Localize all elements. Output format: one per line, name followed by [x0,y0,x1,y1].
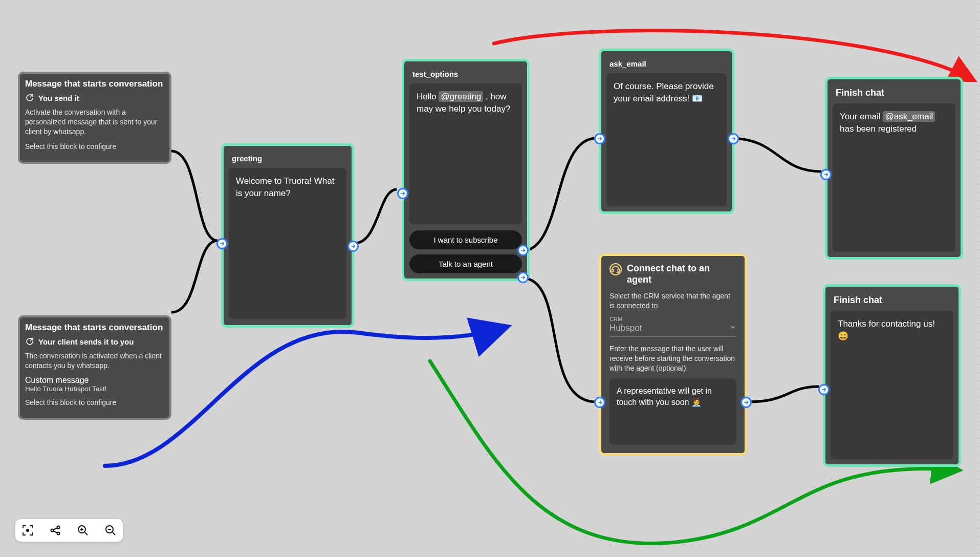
agent-p2: Enter the message that the user will rec… [606,342,739,375]
var-greeting-tag: @greeting [439,91,483,102]
finish1-name: Finish chat [833,84,955,103]
crm-label: CRM [609,316,736,322]
start2-subtitle: Your client sends it to you [38,337,134,346]
zoom-out-button[interactable] [103,523,118,538]
port-out-opt1[interactable] [517,245,529,256]
start1-hint: Select this block to configure [25,142,164,152]
port-out-opt2[interactable] [517,272,529,283]
chat-in-icon [25,337,34,346]
finish2-name: Finish chat [831,292,953,311]
agent-title: Connect chat to an agent [627,263,736,285]
port-in[interactable] [397,188,408,199]
start1-title: Message that starts conversation [25,79,164,89]
port-out[interactable] [728,133,739,144]
node-connect-agent[interactable]: Connect chat to an agent Select the CRM … [599,253,747,456]
crm-value: Hubspot [609,323,642,333]
start2-custom-label: Custom message [25,376,164,385]
canvas-toolbar [15,519,123,542]
test-options-name: test_options [409,67,522,83]
t-pre: Hello [417,92,439,101]
port-in[interactable] [820,169,832,180]
port-in[interactable] [216,238,228,249]
svg-rect-0 [612,269,614,272]
port-in[interactable] [594,397,605,408]
node-test-options[interactable]: test_options Hello @greeting , how may w… [402,59,530,281]
agent-msg[interactable]: A representative will get in touch with … [609,378,736,445]
start1-desc: Activate the conversation with a persona… [25,108,164,137]
node-greeting[interactable]: greeting Welcome to Truora! What is your… [221,143,354,328]
ask-email-body: Of course. Please provide your email add… [606,73,727,206]
start2-desc: The conversation is activated when a cli… [25,351,164,371]
share-button[interactable] [48,523,62,538]
chat-out-icon [25,93,34,102]
test-options-body: Hello @greeting , how may we help you to… [409,83,522,224]
zoom-in-button[interactable] [76,523,90,538]
start-block-inbound[interactable]: Message that starts conversation Your cl… [18,315,171,420]
port-in[interactable] [594,133,605,144]
port-out[interactable] [347,241,359,252]
start-block-outbound[interactable]: Message that starts conversation You sen… [18,72,171,164]
finish2-body: Thanks for contacting us! 😄 [831,311,953,459]
start2-hint: Select this block to configure [25,398,164,408]
agent-p1: Select the CRM service that the agent is… [606,289,739,313]
greeting-body: Welcome to Truora! What is your name? [229,168,346,319]
node-finish-1[interactable]: Finish chat Your email @ask_email has be… [825,77,963,260]
option-talk-agent[interactable]: Talk to an agent [409,254,522,273]
headset-icon [609,263,622,275]
svg-rect-1 [618,269,619,272]
ask-email-name: ask_email [606,56,727,73]
f1-pre: Your email [840,112,883,121]
start1-subtitle: You send it [38,94,79,102]
port-out[interactable] [741,397,752,408]
greeting-name: greeting [229,151,346,168]
fit-view-button[interactable] [20,523,35,538]
node-ask-email[interactable]: ask_email Of course. Please provide your… [599,49,734,214]
start2-title: Message that starts conversation [25,323,164,333]
port-in[interactable] [818,384,830,395]
chevron-down-icon [729,323,736,333]
option-subscribe[interactable]: I want to subscribe [409,230,522,249]
node-finish-2[interactable]: Finish chat Thanks for contacting us! 😄 [823,284,961,467]
crm-select[interactable]: CRM Hubspot [609,316,736,337]
f1-post: has been registered [840,124,917,134]
start2-custom-text: Hello Truora Hubspot Test! [25,385,164,393]
var-ask-email-tag: @ask_email [883,111,935,122]
svg-point-2 [27,529,29,531]
finish1-body: Your email @ask_email has been registere… [833,103,955,252]
